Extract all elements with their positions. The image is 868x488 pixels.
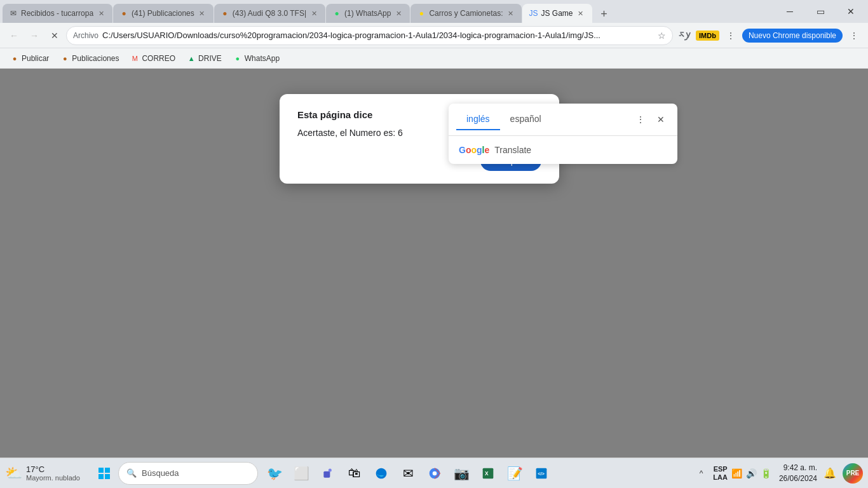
- imdb-extension-button[interactable]: IMDb: [696, 30, 719, 41]
- reload-button[interactable]: ✕: [46, 27, 64, 44]
- clock-date: 26/06/2024: [779, 473, 817, 484]
- taskbar-app-icons: 🐦 ⬜ 🛍 ✉ 📷 X 📝 </>: [262, 461, 554, 486]
- clock-widget[interactable]: 9:42 a. m. 26/06/2024: [779, 463, 817, 484]
- start-button[interactable]: [92, 461, 117, 486]
- bookmark-whatsapp[interactable]: ● WhatsApp: [228, 52, 285, 65]
- taskbar-icon-chrome[interactable]: [422, 461, 447, 486]
- translate-header: inglés español ⋮ ✕: [449, 104, 677, 136]
- tab-favicon-3: ●: [220, 9, 229, 18]
- tab-label-6: JS Game: [541, 9, 573, 18]
- weather-temperature: 17°C: [26, 464, 44, 474]
- address-bar[interactable]: Archivo C:/Users/USUARIO/Downloads/curso…: [66, 26, 673, 45]
- svg-rect-3: [105, 474, 110, 479]
- translate-button[interactable]: [675, 27, 693, 44]
- minimize-button[interactable]: ─: [775, 0, 804, 23]
- weather-description: Mayorm. nublado: [26, 474, 80, 482]
- search-icon: 🔍: [126, 468, 137, 478]
- tab-jsgame[interactable]: JS JS Game ✕: [522, 4, 592, 23]
- tab-favicon-6: JS: [529, 9, 538, 18]
- bookmark-publicaciones-label: Publicaciones: [72, 54, 119, 63]
- tab-carros[interactable]: ● Carros y Camionetas: ✕: [410, 4, 522, 23]
- svg-rect-0: [98, 468, 104, 473]
- tab-publicaciones[interactable]: ● (41) Publicaciones ✕: [113, 4, 214, 23]
- svg-text:</>: </>: [538, 471, 545, 477]
- tab-close-1[interactable]: ✕: [96, 8, 106, 18]
- tab-label-3: (43) Audi Q8 3.0 TFS|: [233, 9, 306, 18]
- svg-rect-1: [105, 468, 110, 473]
- maximize-button[interactable]: ▭: [806, 0, 835, 23]
- tab-favicon-4: ●: [332, 9, 341, 18]
- volume-icon[interactable]: 🔊: [746, 468, 757, 478]
- tab-close-6[interactable]: ✕: [576, 8, 586, 18]
- taskbar-icon-sticky[interactable]: 📝: [502, 461, 527, 486]
- tab-favicon-1: ✉: [9, 9, 18, 18]
- clock-time: 9:42 a. m.: [783, 463, 817, 473]
- bookmark-publicaciones-icon: ●: [60, 54, 69, 63]
- bookmark-publicar[interactable]: ● Publicar: [5, 52, 54, 65]
- language-indicator-icon: ESP LAA: [713, 465, 728, 480]
- bookmark-correo-icon: M: [130, 54, 139, 63]
- taskbar-icon-vscode[interactable]: </>: [529, 461, 554, 486]
- language-line2: LAA: [713, 473, 728, 481]
- translate-close-button[interactable]: ✕: [652, 111, 670, 128]
- tab-label-2: (41) Publicaciones: [132, 9, 194, 18]
- taskbar-right: ^ ESP LAA 📶 🔊 🔋 9:42 a. m. 26/06/2024 🔔 …: [697, 463, 863, 484]
- tab-recibidos[interactable]: ✉ Recibidos - tucarropa ✕: [3, 4, 112, 23]
- translate-actions: ⋮ ✕: [632, 111, 670, 128]
- translate-tab-espanol[interactable]: español: [500, 109, 552, 130]
- bookmark-drive[interactable]: ▲ DRIVE: [182, 52, 227, 65]
- back-button[interactable]: ←: [5, 27, 23, 44]
- taskbar-icon-bird[interactable]: 🐦: [262, 461, 287, 486]
- bookmark-whatsapp-label: WhatsApp: [245, 54, 280, 63]
- toolbar: ← → ✕ Archivo C:/Users/USUARIO/Downloads…: [0, 23, 868, 48]
- svg-text:X: X: [485, 470, 489, 477]
- translate-tab-ingles[interactable]: inglés: [456, 109, 500, 130]
- battery-icon[interactable]: 🔋: [761, 468, 771, 478]
- translate-more-options-button[interactable]: ⋮: [632, 111, 649, 128]
- new-tab-button[interactable]: +: [595, 5, 613, 23]
- close-button[interactable]: ✕: [836, 0, 865, 23]
- menu-button[interactable]: ⋮: [845, 27, 863, 44]
- taskbar-search-bar[interactable]: 🔍 Búsqueda: [118, 462, 258, 485]
- profile-button[interactable]: ⋮: [722, 27, 740, 44]
- tab-label-1: Recibidos - tucarropa: [21, 9, 93, 18]
- translate-body: Google Translate: [449, 136, 677, 164]
- tray-expand-button[interactable]: ^: [697, 466, 706, 480]
- svg-point-5: [329, 468, 332, 471]
- notification-bell-icon[interactable]: 🔔: [820, 463, 840, 484]
- taskbar-icon-mail[interactable]: ✉: [395, 461, 421, 486]
- tab-whatsapp[interactable]: ● (1) WhatsApp ✕: [326, 4, 410, 23]
- taskbar-icon-teams[interactable]: [315, 461, 341, 486]
- weather-widget[interactable]: 17°C Mayorm. nublado: [26, 464, 80, 482]
- taskbar-icon-photos[interactable]: 📷: [449, 461, 474, 486]
- bookmark-publicar-label: Publicar: [22, 54, 49, 63]
- svg-rect-4: [323, 471, 330, 477]
- taskbar-icon-tablet[interactable]: ⬜: [288, 461, 314, 486]
- bookmark-publicaciones[interactable]: ● Publicaciones: [55, 52, 124, 65]
- system-tray: ESP LAA 📶 🔊 🔋: [708, 465, 776, 480]
- bookmark-drive-label: DRIVE: [198, 54, 222, 63]
- bookmark-correo[interactable]: M CORREO: [125, 52, 180, 65]
- taskbar-icon-edge[interactable]: [369, 461, 394, 486]
- forward-button[interactable]: →: [25, 27, 43, 44]
- wifi-icon[interactable]: 📶: [731, 468, 742, 478]
- svg-point-7: [433, 471, 437, 475]
- tab-audi[interactable]: ● (43) Audi Q8 3.0 TFS| ✕: [214, 4, 325, 23]
- language-indicator[interactable]: ESP LAA: [713, 465, 728, 480]
- avatar-icon[interactable]: PRE: [843, 463, 863, 484]
- bookmark-star-icon[interactable]: ☆: [658, 30, 666, 41]
- google-logo: Google: [459, 145, 489, 155]
- chrome-update-button[interactable]: Nuevo Chrome disponible: [742, 29, 843, 43]
- tab-close-5[interactable]: ✕: [505, 8, 515, 18]
- taskbar-icon-excel[interactable]: X: [475, 461, 501, 486]
- taskbar-search-placeholder: Búsqueda: [142, 468, 179, 478]
- taskbar-icon-store[interactable]: 🛍: [342, 461, 367, 486]
- title-bar: ✉ Recibidos - tucarropa ✕ ● (41) Publica…: [0, 0, 868, 23]
- tab-close-4[interactable]: ✕: [393, 8, 403, 18]
- tabs-area: ✉ Recibidos - tucarropa ✕ ● (41) Publica…: [0, 0, 775, 23]
- tab-favicon-5: ●: [417, 9, 426, 18]
- tab-close-2[interactable]: ✕: [197, 8, 207, 18]
- bookmark-publicar-icon: ●: [10, 54, 19, 63]
- tab-close-3[interactable]: ✕: [309, 8, 319, 18]
- page-content: Esta página dice Acertaste, el Numero es…: [0, 69, 868, 458]
